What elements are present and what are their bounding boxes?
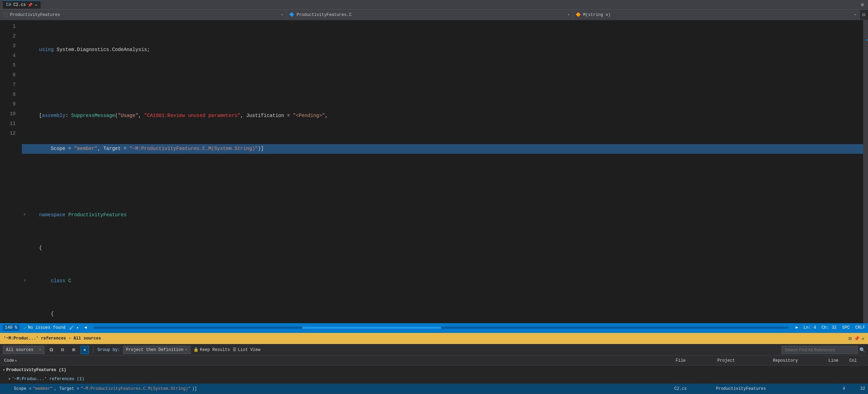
far-results-table[interactable]: Code ▲ File Project Repository Line Col … — [0, 356, 868, 394]
group-by-arrow: ▾ — [185, 347, 187, 352]
dropdown-arrow3: ▾ — [854, 12, 856, 17]
code-mid: , Target = — [54, 386, 79, 391]
nav-bar-end: ⊟ — [860, 12, 868, 18]
fold-icon-8[interactable]: ▽ — [22, 278, 27, 284]
code-line-4: Scope = "member" , Target = "~M:Producti… — [22, 144, 863, 154]
method-label: M(string x) — [583, 12, 610, 17]
line-num-5: 5 — [0, 60, 16, 70]
col-header-repo[interactable]: Repository — [771, 358, 827, 363]
split-icon[interactable]: ⊟ — [861, 12, 867, 18]
expand-icon[interactable]: ⊞ — [860, 2, 865, 8]
code-prefix: Scope = — [14, 386, 31, 391]
find-all-references-panel: '~M:Produc...' references - All sources … — [0, 332, 868, 394]
fold-icon-6[interactable]: ▽ — [22, 212, 27, 218]
expand-all-btn[interactable]: ⊞ — [69, 346, 78, 354]
group-row-productivity[interactable]: ▼ ProductivityFeatures (1) — [0, 366, 868, 375]
result-row[interactable]: Scope = "member" , Target = "~M:Producti… — [0, 384, 868, 394]
subgroup-row-references[interactable]: ▼ '~M:Produc...' references (1) — [0, 375, 868, 384]
code-line-5 — [22, 177, 863, 187]
nav-dropdown-method[interactable]: 🔶 M(string x) ▾ — [573, 10, 859, 20]
file-icon: C# — [6, 2, 11, 7]
col-header-col[interactable]: Col — [848, 358, 865, 363]
list-icon: ☰ — [233, 347, 236, 352]
scroll-left[interactable]: ◄ — [83, 325, 88, 330]
expand-icon-subgroup: ▼ — [8, 377, 10, 381]
project-label: ProductivityFeatures — [10, 12, 60, 17]
sort-icon: ▲ — [15, 359, 17, 362]
toolbar-sep — [93, 346, 93, 353]
editor-container: 1 2 3 4 5 6 7 8 9 10 11 12 using System.… — [0, 20, 868, 323]
col-header-project[interactable]: Project — [716, 358, 771, 363]
project-icon: ⬛ — [3, 12, 8, 17]
sources-arrow: ▾ — [39, 347, 41, 352]
editor-tab[interactable]: C# C2.cs 📌 ✕ — [3, 1, 41, 9]
line-num-2: 2 — [0, 31, 16, 41]
title-bar: C# C2.cs 📌 ✕ ⊞ — [0, 0, 868, 10]
pin-icon[interactable]: 📌 — [28, 3, 33, 7]
zoom-level[interactable]: 140 % — [3, 325, 19, 331]
group-by-label: Group by: — [98, 347, 120, 352]
result-code: Scope = "member" , Target = "~M:Producti… — [14, 386, 674, 391]
lock-icon: 🔒 — [193, 347, 199, 352]
spc-indicator: SPC — [842, 325, 850, 330]
col-line-label: Line — [828, 358, 838, 363]
far-search-btn[interactable]: 🔍 — [859, 347, 865, 353]
close-panel-icon[interactable]: ✕ — [862, 336, 865, 342]
editor-scroll[interactable]: 1 2 3 4 5 6 7 8 9 10 11 12 using System.… — [0, 20, 868, 323]
scroll-marker — [867, 39, 868, 41]
copy-btn[interactable]: ⧉ — [47, 346, 56, 354]
code-line-1: using System.Diagnostics.CodeAnalysis; — [22, 45, 863, 55]
status-bar-right: Ln: 4 Ch: 32 SPC CRLF — [803, 325, 865, 330]
group-label: ProductivityFeatures (1) — [6, 368, 66, 372]
editor-scrollbar[interactable] — [863, 20, 868, 323]
col-col-label: Col — [849, 358, 857, 363]
code-line-2 — [22, 78, 863, 87]
sources-dropdown[interactable]: All sources ▾ — [3, 346, 44, 354]
keep-results-label: Keep Results — [200, 347, 230, 352]
crlf-indicator: CRLF — [855, 325, 865, 330]
sources-label: All sources — [6, 347, 33, 352]
col-code-label: Code — [4, 358, 14, 363]
far-title-text: '~M:Produc...' references - All sources — [3, 336, 846, 341]
result-project: ProductivityFeatures — [716, 386, 771, 391]
group-by-value: Project then Definition — [126, 347, 184, 352]
nav-dropdown-project[interactable]: ⬛ ProductivityFeatures ▾ — [0, 10, 286, 20]
issues-text: No issues found — [28, 325, 65, 330]
col-file-label: File — [676, 358, 686, 363]
collapse-all-btn[interactable]: ⊟ — [58, 346, 67, 354]
col-header-line[interactable]: Line — [827, 358, 848, 363]
scroll-right[interactable]: ► — [794, 325, 799, 330]
method-icon: 🔶 — [576, 12, 581, 17]
check-icon: ✔ — [24, 325, 26, 331]
far-title-bar: '~M:Produc...' references - All sources … — [0, 333, 868, 344]
keep-results-btn[interactable]: 🔒 Keep Results — [193, 347, 230, 352]
list-view-label: List View — [238, 347, 260, 352]
suppression-icon[interactable]: 🖊 ▾ — [69, 325, 78, 330]
dropdown-arrow: ▾ — [281, 12, 283, 17]
nav-bar: ⬛ ProductivityFeatures ▾ 🔷 ProductivityF… — [0, 10, 868, 20]
line-num-4: 4 — [0, 51, 16, 60]
line-num-6: 6 — [0, 70, 16, 80]
result-line: 4 — [827, 386, 848, 391]
far-search: 🔍 — [782, 346, 865, 354]
auto-hide-icon[interactable]: ⊟ — [849, 336, 851, 342]
col-header-file[interactable]: File — [674, 358, 716, 363]
class-label: ProductivityFeatures.C — [297, 12, 351, 17]
scroll-track-area[interactable] — [92, 327, 790, 329]
list-view-btn[interactable]: ☰ List View — [233, 347, 260, 352]
result-file: C2.cs — [674, 386, 716, 391]
nav-dropdown-class[interactable]: 🔷 ProductivityFeatures.C ▾ — [286, 10, 573, 20]
far-title-actions: ⊟ 📌 ✕ — [849, 336, 865, 342]
code-line-8: ▽ class C — [22, 276, 863, 286]
code-area[interactable]: using System.Diagnostics.CodeAnalysis; [… — [19, 20, 863, 323]
line-num-7: 7 — [0, 80, 16, 90]
close-icon[interactable]: ✕ — [35, 3, 37, 7]
line-num-10: 10 — [0, 109, 16, 119]
group-by-dropdown[interactable]: Project then Definition ▾ — [123, 346, 191, 354]
line-num-9: 9 — [0, 99, 16, 109]
line-numbers: 1 2 3 4 5 6 7 8 9 10 11 12 — [0, 20, 19, 323]
filter-btn[interactable]: ✕ — [81, 346, 89, 354]
col-header-code[interactable]: Code ▲ — [3, 358, 674, 363]
far-search-input[interactable] — [782, 346, 858, 354]
pin-panel-icon[interactable]: 📌 — [854, 336, 860, 342]
